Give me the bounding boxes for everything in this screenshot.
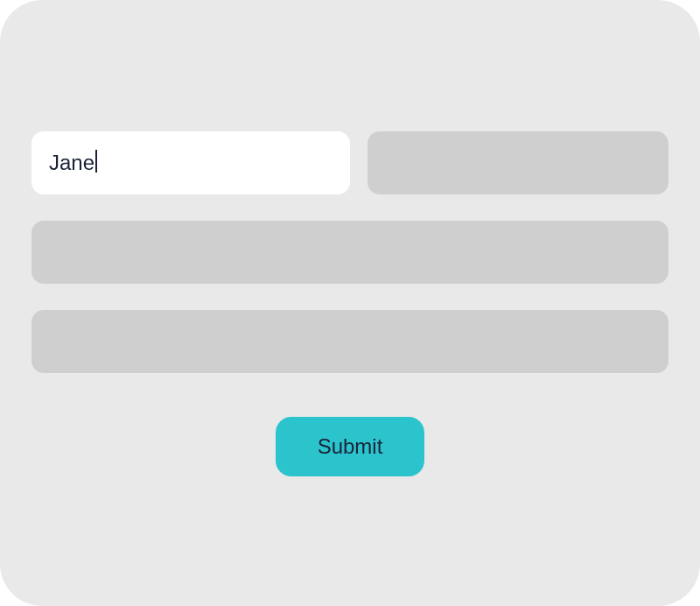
submit-wrap: Submit — [32, 417, 668, 476]
name-row: Jane — [32, 131, 668, 194]
last-name-input[interactable] — [368, 131, 668, 194]
first-name-input[interactable]: Jane — [32, 131, 350, 194]
text-cursor — [95, 150, 97, 173]
form-card: Jane Submit — [0, 0, 700, 606]
submit-button[interactable]: Submit — [276, 417, 425, 476]
password-input[interactable] — [32, 310, 668, 373]
submit-button-label: Submit — [318, 434, 383, 458]
email-input[interactable] — [32, 221, 668, 284]
first-name-value: Jane — [49, 151, 94, 175]
